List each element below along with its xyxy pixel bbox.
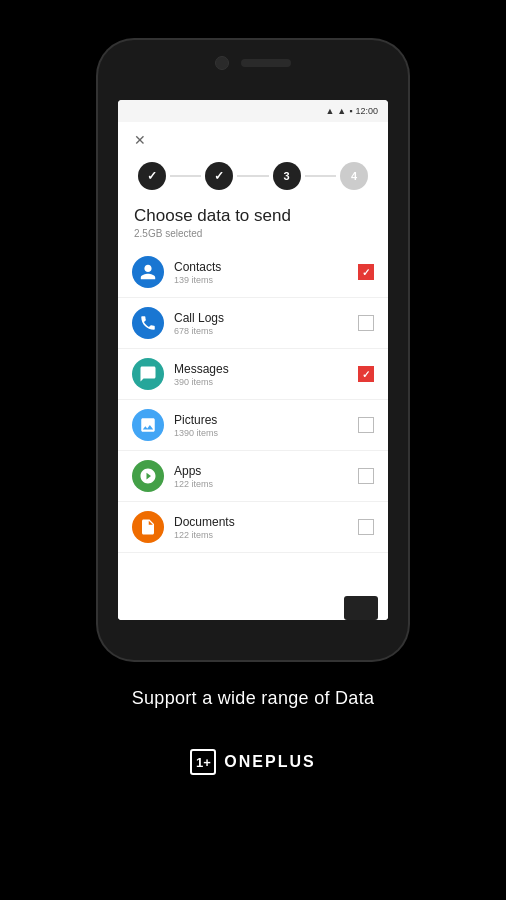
icon-apps xyxy=(132,460,164,492)
item-name: Messages xyxy=(174,362,358,376)
brand-section: 1+ ONEPLUS xyxy=(190,749,315,775)
item-name: Call Logs xyxy=(174,311,358,325)
item-count: 390 items xyxy=(174,377,358,387)
icon-contacts xyxy=(132,256,164,288)
item-count: 1390 items xyxy=(174,428,358,438)
status-bar: ▲ ▲ ▪ 12:00 xyxy=(118,100,388,122)
step-3: 3 xyxy=(273,162,301,190)
tagline-section: Support a wide range of Data xyxy=(132,688,375,709)
item-checkbox[interactable] xyxy=(358,315,374,331)
phone-top-bar xyxy=(215,56,291,70)
status-icons: ▲ ▲ ▪ 12:00 xyxy=(325,106,378,116)
phone-speaker xyxy=(241,59,291,67)
item-name: Apps xyxy=(174,464,358,478)
step-line-3 xyxy=(305,175,336,177)
phone-shell: ▲ ▲ ▪ 12:00 ✕ ✓ ✓ xyxy=(98,40,408,660)
item-count: 122 items xyxy=(174,530,358,540)
item-name: Documents xyxy=(174,515,358,529)
list-item: Messages390 items✓ xyxy=(118,349,388,400)
step-line-1 xyxy=(170,175,201,177)
list-item: Apps122 items xyxy=(118,451,388,502)
list-item: Call Logs678 items xyxy=(118,298,388,349)
item-checkbox[interactable]: ✓ xyxy=(358,264,374,280)
icon-pictures xyxy=(132,409,164,441)
step-2: ✓ xyxy=(205,162,233,190)
oneplus-icon: 1+ xyxy=(190,749,216,775)
time-display: 12:00 xyxy=(355,106,378,116)
step-1: ✓ xyxy=(138,162,166,190)
phone-screen: ▲ ▲ ▪ 12:00 ✕ ✓ ✓ xyxy=(118,100,388,620)
icon-messages xyxy=(132,358,164,390)
list-item: Pictures1390 items xyxy=(118,400,388,451)
close-row: ✕ xyxy=(118,122,388,154)
step-line-2 xyxy=(237,175,268,177)
wifi-icon: ▲ xyxy=(325,106,334,116)
battery-icon: ▪ xyxy=(349,106,352,116)
data-list: Contacts139 items✓Call Logs678 itemsMess… xyxy=(118,247,388,592)
signal-icon: ▲ xyxy=(337,106,346,116)
step-4: 4 xyxy=(340,162,368,190)
subtitle: 2.5GB selected xyxy=(134,228,372,239)
item-name: Contacts xyxy=(174,260,358,274)
item-checkbox[interactable] xyxy=(358,468,374,484)
item-count: 139 items xyxy=(174,275,358,285)
main-title: Choose data to send xyxy=(134,206,372,226)
steps-row: ✓ ✓ 3 4 xyxy=(118,154,388,202)
item-checkbox[interactable] xyxy=(358,519,374,535)
list-item: Contacts139 items✓ xyxy=(118,247,388,298)
tagline-text: Support a wide range of Data xyxy=(132,688,375,708)
item-checkbox[interactable] xyxy=(358,417,374,433)
app-content: ✕ ✓ ✓ 3 4 xyxy=(118,122,388,620)
item-name: Pictures xyxy=(174,413,358,427)
icon-documents xyxy=(132,511,164,543)
list-item: Documents122 items xyxy=(118,502,388,553)
close-button[interactable]: ✕ xyxy=(130,130,150,150)
next-button-partial[interactable] xyxy=(344,596,378,620)
item-count: 678 items xyxy=(174,326,358,336)
item-count: 122 items xyxy=(174,479,358,489)
icon-calllogs xyxy=(132,307,164,339)
title-section: Choose data to send 2.5GB selected xyxy=(118,202,388,247)
bottom-bar xyxy=(118,592,388,620)
brand-name: ONEPLUS xyxy=(224,753,315,771)
item-checkbox[interactable]: ✓ xyxy=(358,366,374,382)
phone-camera xyxy=(215,56,229,70)
